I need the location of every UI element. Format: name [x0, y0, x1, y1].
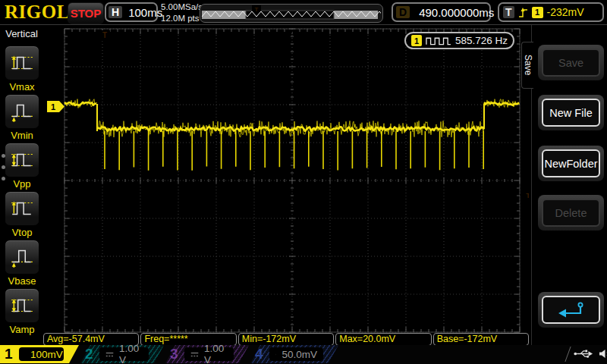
trigger-level-value: -232mV — [547, 6, 584, 18]
delay-value: 490.000000ms — [419, 6, 494, 19]
menu-item-vamp[interactable]: Vamp — [5, 288, 39, 335]
status-separator — [565, 347, 571, 362]
trigger-label: T — [503, 6, 514, 18]
measurement-max[interactable]: Max=20.0mV — [335, 333, 431, 346]
svg-text:1: 1 — [51, 102, 55, 111]
oscilloscope-screen: RIGOL STOP H 100ms 5.00MSa/s 12.0M pts T… — [0, 0, 607, 364]
usb-icon — [574, 348, 593, 359]
trigger-delay-readout[interactable]: D 490.000000ms — [392, 2, 491, 22]
horizontal-timebase-readout[interactable]: H 100ms — [105, 2, 158, 22]
memory-trigger-letter: T — [255, 6, 259, 13]
delay-label: D — [396, 6, 410, 18]
horizontal-label: H — [109, 6, 122, 18]
channel-2-indicator[interactable]: 2 1.00 V — [80, 345, 164, 363]
trigger-edge-icon — [518, 7, 528, 18]
speaker-muted-icon — [598, 348, 607, 359]
channel-2-scale: 1.00 V — [119, 343, 143, 364]
vmin-label: Vmin — [5, 130, 39, 141]
vamp-label: Vamp — [5, 324, 39, 335]
square-wave-icon — [426, 36, 451, 46]
save-menu-tab: Save — [521, 42, 533, 89]
svg-text:T: T — [526, 192, 529, 199]
vamp-icon — [10, 295, 34, 316]
rigol-logo: RIGOL — [5, 2, 70, 23]
vpp-label: Vpp — [5, 178, 39, 190]
run-stop-indicator[interactable]: STOP — [68, 2, 104, 24]
channel-2-number: 2 — [85, 346, 93, 362]
vmax-button[interactable] — [5, 46, 39, 80]
back-button[interactable] — [542, 296, 600, 324]
dc-coupling-icon — [275, 351, 276, 358]
waveform-display: 1 T T 1 585.726 Hz Avg=-57.4mV Fre — [43, 25, 529, 345]
dc-coupling-icon — [190, 351, 199, 358]
frequency-counter: 1 585.726 Hz — [404, 32, 514, 49]
new-file-button[interactable]: New File — [542, 99, 600, 127]
menu-item-vmin[interactable]: Vmin — [5, 94, 39, 141]
new-folder-button-slot[interactable]: NewFolder — [538, 146, 604, 181]
channel-3-scale: 1.00 V — [204, 343, 228, 364]
menu-page-dots — [2, 154, 5, 180]
channel-status-bar: 1 100mV 2 1.00 V 3 — [0, 345, 607, 364]
vamp-button[interactable] — [5, 288, 39, 323]
channel-1-scale: 100mV — [30, 349, 63, 360]
dc-coupling-icon — [105, 351, 114, 358]
menu-item-vpp[interactable]: Vpp — [5, 143, 39, 190]
menu-item-vtop[interactable]: Vtop — [5, 191, 39, 238]
vmax-icon — [10, 52, 34, 74]
channel-3-scale-box: 1.00 V — [184, 347, 234, 361]
trigger-level-marker[interactable]: T — [520, 190, 529, 200]
vtop-icon — [10, 198, 34, 219]
svg-text:T: T — [102, 31, 107, 39]
back-button-slot[interactable] — [538, 292, 604, 328]
vpp-button[interactable] — [5, 143, 39, 177]
new-file-button-slot[interactable]: New File — [538, 95, 604, 130]
save-button[interactable]: Save — [542, 49, 600, 77]
acquisition-readout: 5.00MSa/s 12.0M pts — [161, 2, 203, 24]
channel-3-indicator[interactable]: 3 1.00 V — [165, 345, 249, 363]
channel-4-number: 4 — [255, 346, 263, 362]
trigger-source-badge: 1 — [532, 7, 543, 18]
measurement-bar: Avg=-57.4mV Freq=***** Min=-172mV Max=20… — [43, 333, 529, 346]
grid-lines — [64, 29, 520, 332]
vmax-label: Vmax — [5, 81, 39, 93]
vertical-measure-menu: Vertical Vmax Vmin — [0, 25, 43, 345]
freq-counter-source-badge: 1 — [411, 35, 422, 46]
channel-3-number: 3 — [170, 346, 178, 362]
trigger-settings-readout[interactable]: T 1 -232mV — [498, 2, 604, 22]
new-folder-button[interactable]: NewFolder — [542, 149, 600, 177]
timebase-value: 100ms — [128, 6, 162, 19]
vtop-button[interactable] — [5, 191, 39, 226]
channel-4-scale: 50.0mV — [281, 349, 317, 360]
save-menu: Save Save New File NewFolder Delete — [531, 25, 607, 345]
return-arrow-icon — [555, 300, 587, 320]
vmin-icon — [10, 101, 34, 122]
delete-button-slot[interactable]: Delete — [538, 195, 604, 231]
channel-1-number: 1 — [5, 346, 13, 362]
top-status-bar: RIGOL STOP H 100ms 5.00MSa/s 12.0M pts T… — [0, 0, 607, 25]
memory-position-bar: T — [200, 4, 383, 23]
menu-item-vmax[interactable]: Vmax — [5, 46, 39, 93]
vbase-button[interactable] — [5, 240, 39, 275]
menu-item-vbase[interactable]: Vbase — [5, 240, 39, 287]
sample-rate: 5.00MSa/s — [161, 2, 203, 13]
vtop-label: Vtop — [5, 227, 39, 238]
delete-button[interactable]: Delete — [542, 199, 600, 227]
channel-1-indicator[interactable]: 1 100mV — [0, 345, 79, 363]
channel-4-scale-box: 50.0mV — [269, 347, 323, 361]
freq-counter-value: 585.726 Hz — [455, 35, 508, 46]
channel-4-indicator[interactable]: 4 50.0mV — [250, 345, 338, 363]
ch1-ground-marker[interactable]: 1 — [47, 101, 64, 112]
channel-1-scale-box: 100mV — [19, 347, 64, 361]
graticule: 1 T T — [43, 25, 529, 345]
trigger-position-marker[interactable]: T — [99, 30, 110, 43]
measurement-min[interactable]: Min=-172mV — [238, 333, 334, 346]
save-button-slot[interactable]: Save — [538, 45, 604, 80]
vbase-icon — [10, 246, 34, 268]
status-icons — [574, 348, 607, 359]
left-menu-title: Vertical — [0, 25, 43, 39]
vmin-button[interactable] — [5, 94, 39, 129]
vpp-icon — [10, 149, 34, 171]
channel-2-scale-box: 1.00 V — [99, 347, 149, 361]
measurement-base[interactable]: Base=-172mV — [433, 333, 529, 346]
vbase-label: Vbase — [5, 275, 39, 287]
